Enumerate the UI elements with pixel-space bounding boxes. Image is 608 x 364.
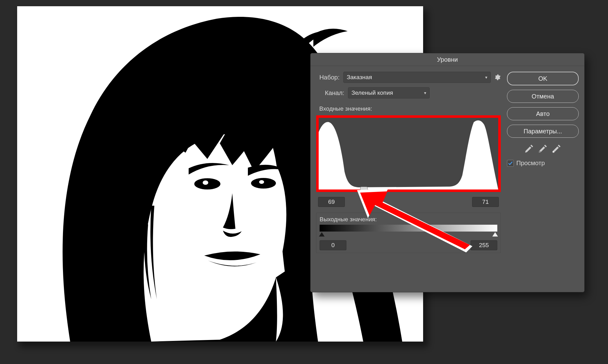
histogram-graph	[319, 118, 498, 189]
dialog-title: Уровни	[311, 53, 584, 66]
preview-checkbox[interactable]	[507, 160, 514, 167]
gear-icon[interactable]	[495, 74, 501, 80]
output-black-value[interactable]: 0	[320, 240, 346, 250]
input-white-value[interactable]: 71	[472, 197, 499, 207]
output-white-value[interactable]: 255	[470, 240, 497, 250]
cancel-button[interactable]: Отмена	[507, 90, 579, 103]
output-gradient[interactable]	[320, 225, 497, 232]
output-white-slider[interactable]	[492, 232, 498, 237]
output-levels-label: Выходные значения:	[320, 216, 497, 223]
preview-label: Просмотр	[516, 160, 545, 167]
histogram[interactable]	[316, 115, 501, 192]
ok-button[interactable]: OK	[507, 72, 579, 85]
eyedropper-black-icon[interactable]	[524, 143, 534, 154]
svg-point-2	[251, 178, 276, 189]
preset-label: Набор:	[316, 74, 340, 81]
svg-point-7	[553, 151, 554, 153]
levels-dialog: Уровни Набор: Заказная ▾ Канал:	[310, 53, 585, 292]
channel-label: Канал:	[325, 89, 344, 97]
gamma-slider[interactable]	[360, 187, 368, 193]
auto-button[interactable]: Авто	[507, 107, 579, 120]
eyedropper-gray-icon[interactable]	[538, 143, 548, 154]
input-levels-label: Входные значения:	[316, 103, 501, 113]
preset-select[interactable]: Заказная ▾	[343, 72, 491, 83]
options-button[interactable]: Параметры...	[507, 125, 579, 138]
preset-value: Заказная	[347, 74, 372, 81]
output-black-slider[interactable]	[319, 232, 325, 237]
eyedropper-white-icon[interactable]	[551, 143, 562, 154]
svg-point-6	[539, 151, 541, 153]
input-black-value[interactable]: 69	[318, 197, 345, 207]
chevron-down-icon: ▾	[485, 75, 487, 80]
svg-point-3	[203, 180, 208, 185]
svg-point-4	[259, 180, 264, 184]
chevron-down-icon: ▾	[424, 90, 426, 95]
channel-value: Зеленый копия	[351, 89, 393, 96]
channel-select[interactable]: Зеленый копия ▾	[348, 87, 430, 98]
